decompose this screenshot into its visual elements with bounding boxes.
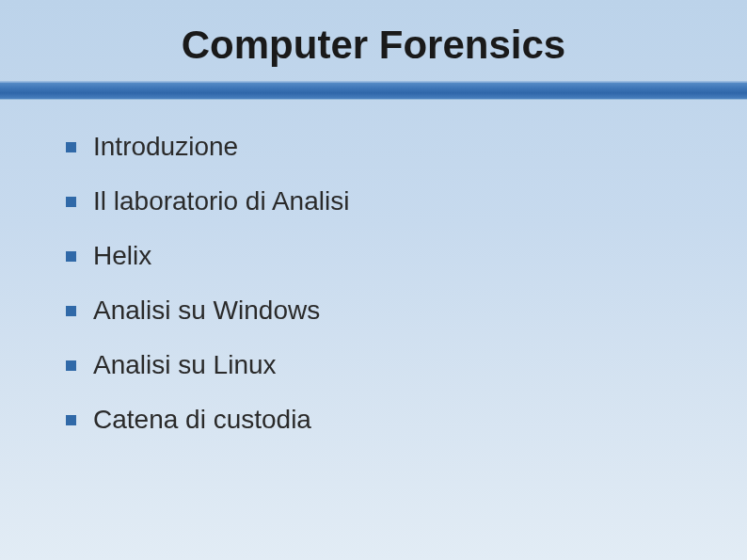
- square-bullet-icon: [66, 306, 76, 316]
- square-bullet-icon: [66, 142, 76, 152]
- list-item-label: Analisi su Linux: [93, 350, 277, 380]
- list-item-label: Helix: [93, 241, 151, 271]
- list-item: Analisi su Linux: [66, 350, 681, 380]
- square-bullet-icon: [66, 415, 76, 425]
- list-item: Introduzione: [66, 132, 681, 162]
- list-item: Helix: [66, 241, 681, 271]
- square-bullet-icon: [66, 197, 76, 207]
- square-bullet-icon: [66, 251, 76, 262]
- title-band: Computer Forensics: [0, 0, 747, 81]
- list-item-label: Analisi su Windows: [93, 296, 320, 326]
- list-item: Catena di custodia: [66, 405, 681, 435]
- list-item-label: Il laboratorio di Analisi: [93, 186, 349, 216]
- title-divider-bar: [0, 81, 747, 100]
- square-bullet-icon: [66, 360, 76, 371]
- slide-content: Introduzione Il laboratorio di Analisi H…: [0, 100, 747, 435]
- list-item: Il laboratorio di Analisi: [66, 186, 681, 216]
- list-item-label: Introduzione: [93, 132, 238, 162]
- list-item-label: Catena di custodia: [93, 405, 311, 435]
- list-item: Analisi su Windows: [66, 296, 681, 326]
- slide-title: Computer Forensics: [0, 23, 747, 68]
